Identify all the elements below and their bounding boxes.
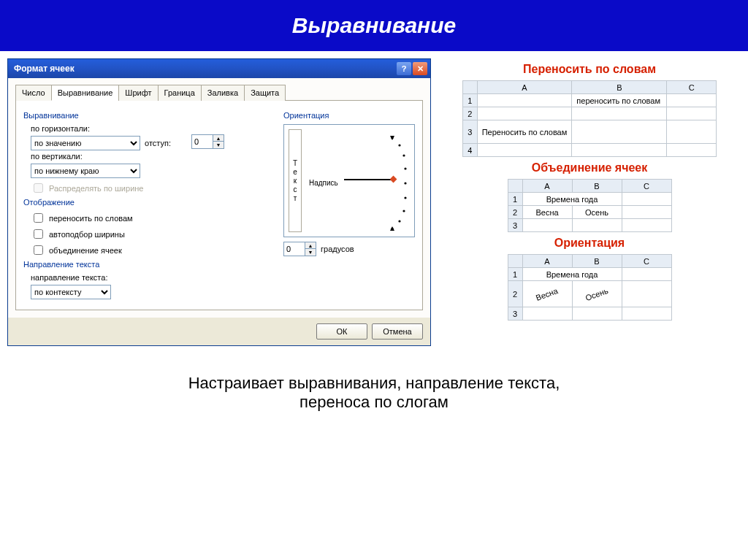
tab-number[interactable]: Число [15, 85, 52, 101]
corner-cell [508, 255, 522, 268]
cell: Осень [572, 206, 622, 219]
cell: Осень [572, 281, 622, 307]
merged-cell: Времена года [522, 193, 622, 206]
section-orientation: Ориентация [283, 111, 415, 120]
row-header: 3 [508, 307, 522, 321]
svg-point-5 [404, 196, 406, 199]
col-header: C [622, 255, 671, 268]
example-wrap-grid: A B C 1переносить по словам 2 3Переносит… [462, 80, 717, 157]
orientation-dial[interactable]: Надпись [306, 129, 410, 232]
tab-fill[interactable]: Заливка [201, 85, 245, 101]
svg-marker-10 [390, 226, 394, 231]
example-orient-grid: A B C 1Времена года 2ВеснаОсень 3 [508, 254, 672, 321]
orientation-vertical-text[interactable]: Текст [289, 129, 302, 232]
col-header: A [477, 81, 572, 94]
col-header: A [522, 255, 572, 268]
tab-protection[interactable]: Защита [244, 85, 286, 101]
row-header: 1 [508, 268, 522, 281]
spin-down-icon[interactable]: ▼ [213, 142, 224, 148]
section-direction: Направление текста [23, 260, 276, 269]
row-header: 2 [508, 281, 522, 307]
direction-sublabel: направление текста: [31, 273, 276, 282]
spin-up-icon[interactable]: ▲ [305, 242, 316, 249]
row-header: 4 [462, 144, 477, 157]
help-button[interactable]: ? [397, 62, 411, 75]
examples-panel: Переносить по словам A B C 1переносить п… [460, 58, 741, 346]
degrees-spinner[interactable]: ▲▼ [283, 242, 316, 256]
tab-alignment[interactable]: Выравнивание [51, 85, 120, 101]
row-header: 3 [462, 120, 477, 144]
col-header: A [522, 180, 572, 193]
corner-cell [508, 180, 522, 193]
justify-distribute-label: Распределять по ширине [49, 184, 143, 193]
indent-input[interactable] [192, 137, 213, 147]
row-header: 2 [508, 206, 522, 219]
svg-point-2 [402, 154, 405, 156]
format-cells-dialog: Формат ячеек ? ✕ Число Выравнивание Шриф… [7, 58, 431, 346]
col-header: C [667, 81, 717, 94]
example-merge-grid: A B C 1Времена года 2ВеснаОсень 3 [508, 179, 672, 232]
spin-down-icon[interactable]: ▼ [305, 249, 316, 256]
dialog-tabs: Число Выравнивание Шрифт Граница Заливка… [15, 84, 423, 101]
orientation-caption: Надпись [309, 179, 338, 187]
row-header: 1 [462, 94, 477, 107]
example-merge-title: Объединение ячеек [460, 161, 719, 174]
shrink-checkbox[interactable] [34, 229, 43, 239]
justify-distribute-checkbox [34, 183, 43, 193]
svg-point-1 [398, 144, 400, 146]
spin-up-icon[interactable]: ▲ [213, 135, 224, 142]
example-orient-title: Ориентация [460, 237, 719, 250]
col-header: B [572, 81, 667, 94]
dialog-titlebar: Формат ячеек ? ✕ [8, 59, 430, 78]
indent-label: отступ: [145, 139, 171, 147]
close-button[interactable]: ✕ [413, 62, 427, 75]
horizontal-select[interactable]: по значению [31, 136, 140, 150]
shrink-label: автоподбор ширины [49, 230, 125, 239]
tab-border[interactable]: Граница [158, 85, 202, 101]
cell: переносить по словам [572, 94, 667, 107]
direction-select[interactable]: по контексту [31, 285, 111, 299]
slide-caption: Настраивает выравнивания, направление те… [0, 346, 748, 426]
svg-marker-9 [390, 136, 394, 140]
section-alignment: Выравнивание [23, 111, 276, 120]
orientation-control[interactable]: Текст Надпись [283, 124, 415, 237]
col-header: C [622, 180, 671, 193]
row-header: 2 [462, 107, 477, 120]
wrap-label: переносить по словам [49, 214, 133, 223]
cell: Переносить по словам [477, 120, 572, 144]
merge-checkbox[interactable] [34, 245, 43, 255]
cell: Весна [522, 281, 572, 307]
wrap-checkbox[interactable] [34, 213, 43, 223]
degrees-unit: градусов [321, 245, 354, 253]
slide-title: Выравнивание [0, 0, 748, 51]
degrees-input[interactable] [284, 244, 305, 254]
svg-point-4 [404, 182, 406, 184]
vertical-select[interactable]: по нижнему краю [31, 164, 140, 178]
col-header: B [572, 180, 622, 193]
example-wrap-title: Переносить по словам [460, 63, 719, 76]
svg-point-3 [404, 167, 406, 169]
merged-cell: Времена года [522, 268, 622, 281]
cell: Весна [522, 206, 572, 219]
row-header: 1 [508, 193, 522, 206]
corner-cell [462, 81, 477, 94]
merge-label: объединение ячеек [49, 246, 122, 255]
horizontal-label: по горизонтали: [31, 124, 276, 133]
cancel-button[interactable]: Отмена [372, 323, 423, 340]
row-header: 3 [508, 219, 522, 232]
dialog-title: Формат ячеек [14, 64, 75, 74]
col-header: B [572, 255, 622, 268]
section-display: Отображение [23, 198, 276, 207]
indent-spinner[interactable]: ▲▼ [191, 134, 224, 149]
tab-font[interactable]: Шрифт [118, 85, 158, 101]
ok-button[interactable]: ОК [316, 323, 367, 340]
svg-point-7 [398, 220, 400, 222]
vertical-label: по вертикали: [31, 152, 276, 161]
svg-point-6 [402, 210, 405, 212]
